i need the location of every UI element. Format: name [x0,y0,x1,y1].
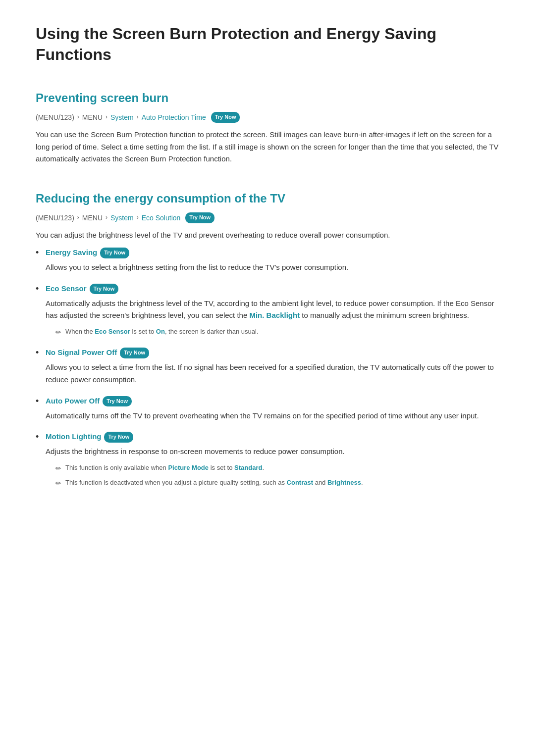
breadcrumb-separator: › [137,213,139,222]
note-bold-term: Contrast [287,479,313,486]
breadcrumb-separator: › [106,112,107,122]
breadcrumb-separator: › [106,213,107,222]
bullet-desc: Adjusts the brightness in response to on… [46,446,499,458]
try-now-badge[interactable]: Try Now [211,112,240,123]
breadcrumb-energy-saving: (MENU/123)›MENU›System›Eco SolutionTry N… [36,212,499,223]
note-text: This function is deactivated when you ad… [65,478,363,488]
bullet-item: Motion LightingTry NowAdjusts the bright… [36,431,499,489]
sections-container: Preventing screen burn(MENU/123)›MENU›Sy… [36,89,499,489]
note-text: This function is only available when Pic… [65,463,264,473]
breadcrumb-separator: › [77,213,79,222]
inline-link-min-backlight: Min. Backlight [249,311,300,319]
bullet-label: No Signal Power Off [46,348,117,356]
breadcrumb-item: (MENU/123) [36,112,74,123]
pencil-icon: ✏ [55,478,61,489]
try-now-badge[interactable]: Try Now [120,348,149,358]
section-screen-burn: Preventing screen burn(MENU/123)›MENU›Sy… [36,89,499,165]
bullet-label-line: Eco SensorTry Now [46,283,499,295]
section-body-energy-saving: You can adjust the brightness level of t… [36,229,499,242]
bullet-label-line: Auto Power OffTry Now [46,395,499,407]
note-bold-term: Standard [234,464,262,471]
bullet-desc: Allows you to select a time from the lis… [46,361,499,386]
section-body-screen-burn: You can use the Screen Burn Protection f… [36,129,499,165]
try-now-badge[interactable]: Try Now [100,248,129,258]
note-item: ✏This function is only available when Pi… [55,463,499,474]
bullet-desc: Automatically turns off the TV to preven… [46,410,499,422]
section-title-energy-saving: Reducing the energy consumption of the T… [36,189,499,208]
breadcrumb-item: System [110,212,134,223]
breadcrumb-item: System [110,112,134,123]
try-now-badge[interactable]: Try Now [103,396,132,407]
note-bold-term: Eco Sensor [95,328,130,335]
pencil-icon: ✏ [55,327,61,338]
breadcrumb-screen-burn: (MENU/123)›MENU›System›Auto Protection T… [36,112,499,123]
breadcrumb-item: Auto Protection Time [142,112,206,123]
bullet-label: Eco Sensor [46,284,87,293]
section-title-screen-burn: Preventing screen burn [36,89,499,107]
note-list: ✏When the Eco Sensor is set to On, the s… [55,327,499,338]
bullet-item: Energy SavingTry NowAllows you to select… [36,247,499,274]
note-list: ✏This function is only available when Pi… [55,463,499,489]
breadcrumb-separator: › [137,112,139,122]
section-energy-saving: Reducing the energy consumption of the T… [36,189,499,489]
pencil-icon: ✏ [55,463,61,474]
bullet-label: Motion Lighting [46,432,101,441]
bullet-desc: Automatically adjusts the brightness lev… [46,298,499,322]
note-text: When the Eco Sensor is set to On, the sc… [65,327,259,337]
try-now-badge[interactable]: Try Now [90,284,119,295]
page-title: Using the Screen Burn Protection and Ene… [36,24,499,65]
try-now-badge[interactable]: Try Now [185,212,214,223]
breadcrumb-item: (MENU/123) [36,212,74,223]
bullet-label-line: No Signal Power OffTry Now [46,347,499,358]
bullet-desc: Allows you to select a brightness settin… [46,261,499,274]
breadcrumb-item: MENU [82,212,103,223]
note-bold-term: Brightness [327,479,361,486]
note-bold-term: On [156,328,165,335]
breadcrumb-item: Eco Solution [142,212,181,223]
bullet-item: No Signal Power OffTry NowAllows you to … [36,347,499,386]
bullet-label-line: Energy SavingTry Now [46,247,499,258]
note-item: ✏When the Eco Sensor is set to On, the s… [55,327,499,338]
breadcrumb-item: MENU [82,112,103,123]
bullet-item: Eco SensorTry NowAutomatically adjusts t… [36,283,499,338]
breadcrumb-separator: › [77,112,79,122]
try-now-badge[interactable]: Try Now [104,432,133,443]
bullet-item: Auto Power OffTry NowAutomatically turns… [36,395,499,422]
bullet-label-line: Motion LightingTry Now [46,431,499,443]
note-bold-term: Picture Mode [168,464,209,471]
bullet-label: Auto Power Off [46,397,100,405]
bullet-list-energy-saving: Energy SavingTry NowAllows you to select… [36,247,499,489]
note-item: ✏This function is deactivated when you a… [55,478,499,489]
bullet-label: Energy Saving [46,248,97,256]
